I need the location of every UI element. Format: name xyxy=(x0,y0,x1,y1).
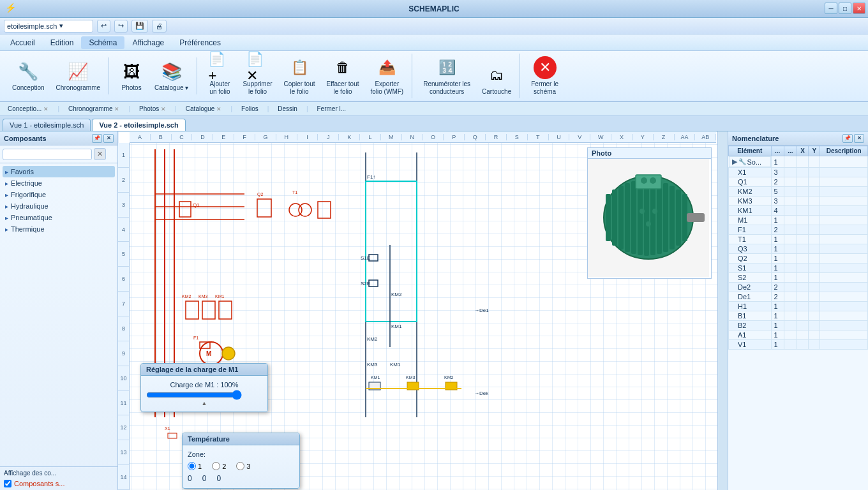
toolbar-group-fermer: ✕ Fermer leschéma xyxy=(523,54,567,98)
y-cell xyxy=(809,197,820,206)
x-cell xyxy=(797,340,808,350)
col-header-x: X xyxy=(797,146,808,156)
toolbar-chronogramme-btn[interactable]: 📈 Chronogramme xyxy=(52,57,105,94)
toolbar-supprimer-btn[interactable]: 📄✕ Supprimerle folio xyxy=(238,54,276,98)
table-row[interactable]: H1 1 xyxy=(729,302,868,311)
menu-affichage[interactable]: Affichage xyxy=(124,36,172,49)
zone-2-radio[interactable] xyxy=(212,462,220,470)
zone-3-radio[interactable] xyxy=(236,462,244,470)
checkbox-composants-s-input[interactable] xyxy=(4,480,11,487)
toolbar-copier-btn[interactable]: 📋 Copier toutle folio xyxy=(280,54,320,98)
nomenclature-pin-button[interactable]: 📌 xyxy=(842,134,853,143)
table-row[interactable]: M1 1 xyxy=(729,216,868,225)
toolbar-tab-catalogue[interactable]: Catalogue ✕ xyxy=(181,105,227,113)
toolbar-renumeroter-btn[interactable]: 🔢 Renuméroter lesconducteurs xyxy=(419,54,475,98)
table-row[interactable]: KM2 5 xyxy=(729,187,868,197)
toolbar-cartouche-btn[interactable]: 🗂 Cartouche xyxy=(477,61,516,98)
print-button[interactable]: 🖨 xyxy=(152,20,167,33)
table-row[interactable]: De1 2 xyxy=(729,292,868,302)
x-cell xyxy=(797,273,808,283)
nomenclature-close-button[interactable]: ✕ xyxy=(854,134,864,143)
toolbar-ajouter-btn[interactable]: 📄+ Ajouterun folio xyxy=(204,54,236,98)
toolbar-tab-dessin[interactable]: Dessin xyxy=(273,105,303,113)
search-input[interactable] xyxy=(3,149,92,160)
toolbar-tab-folios[interactable]: Folios xyxy=(236,105,264,113)
table-row[interactable]: De2 2 xyxy=(729,283,868,292)
table-row[interactable]: X1 3 xyxy=(729,168,868,177)
affichage-label: Affichage des co... xyxy=(4,470,114,477)
redo-button[interactable]: ↪ xyxy=(114,20,128,33)
tree-item-favoris[interactable]: ▸ Favoris xyxy=(3,166,115,177)
svg-rect-57 xyxy=(644,179,649,256)
table-row[interactable]: A1 1 xyxy=(729,330,868,340)
toolbar-tab-chronogramme[interactable]: Chronogramme ✕ xyxy=(63,105,124,113)
menu-schema[interactable]: Schéma xyxy=(81,36,124,49)
filename-select[interactable]: etoilesimple.sch ▾ xyxy=(4,20,93,33)
y-cell xyxy=(809,187,820,197)
table-row[interactable]: T1 1 xyxy=(729,235,868,244)
table-row[interactable]: S1 1 xyxy=(729,264,868,273)
exporter-label: Exporterfolio (WMF) xyxy=(370,80,403,96)
toolbar-conception-btn[interactable]: 🔧 Conception xyxy=(8,57,49,94)
table-row[interactable]: F1 2 xyxy=(729,225,868,235)
search-clear-button[interactable]: ✕ xyxy=(94,148,106,160)
toolbar-fermer-btn[interactable]: ✕ Fermer leschéma xyxy=(527,54,563,98)
element-cell: B1 xyxy=(729,311,772,321)
toolbar-tab-conception[interactable]: Conceptio... ✕ xyxy=(3,105,54,113)
table-row[interactable]: Q1 2 xyxy=(729,177,868,187)
row-ruler: 1 2 3 4 5 6 7 8 9 10 11 12 13 14 xyxy=(118,143,130,490)
vertical-scrollbar[interactable] xyxy=(717,131,728,490)
table-row[interactable]: S2 1 xyxy=(729,273,868,283)
panel-pin-button[interactable]: 📌 xyxy=(92,134,102,143)
undo-button[interactable]: ↩ xyxy=(97,20,110,33)
toolbar-tab-fermer[interactable]: Fermer l... xyxy=(312,105,352,113)
zone-1-radio[interactable] xyxy=(188,462,196,470)
tab-vue1[interactable]: Vue 1 - etoilesimple.sch xyxy=(3,119,91,131)
table-row[interactable]: KM3 3 xyxy=(729,197,868,206)
maximize-button[interactable]: □ xyxy=(839,3,851,14)
tree-item-electrique[interactable]: ▸ Electrique xyxy=(3,177,115,189)
toolbar-exporter-btn[interactable]: 📤 Exporterfolio (WMF) xyxy=(366,54,408,98)
table-row[interactable]: ▶ 🔧 So... 1 xyxy=(729,156,868,168)
svg-point-69 xyxy=(640,209,645,214)
toolbar-catalogue-btn[interactable]: 📚 Catalogue ▾ xyxy=(150,57,193,94)
element-cell: M1 xyxy=(729,216,772,225)
table-row[interactable]: Q2 1 xyxy=(729,254,868,264)
svg-rect-67 xyxy=(687,213,705,222)
col-C: C xyxy=(172,134,193,140)
tab-vue2[interactable]: Vue 2 - etoilesimple.sch xyxy=(92,119,185,131)
toolbar-effacer-btn[interactable]: 🗑 Effacer toutle folio xyxy=(322,54,364,98)
toolbar-photos-btn[interactable]: 🖼 Photos xyxy=(116,57,147,94)
col2-cell: 1 xyxy=(771,340,784,350)
x-cell xyxy=(797,235,808,244)
desc-cell xyxy=(820,264,868,273)
tree-item-hydraulique[interactable]: ▸ Hydraulique xyxy=(3,200,115,212)
table-row[interactable]: B1 1 xyxy=(729,311,868,321)
panel-close-button[interactable]: ✕ xyxy=(103,134,114,143)
table-row[interactable]: V1 1 xyxy=(729,340,868,350)
col3-cell xyxy=(784,311,797,321)
table-row[interactable]: Q3 1 xyxy=(729,244,868,254)
charge-slider[interactable] xyxy=(146,392,242,397)
tree-item-thermique[interactable]: ▸ Thermique xyxy=(3,223,115,235)
tree-item-frigorifique[interactable]: ▸ Frigorifique xyxy=(3,189,115,200)
table-row[interactable]: KM1 4 xyxy=(729,206,868,216)
menu-accueil[interactable]: Accueil xyxy=(3,36,43,49)
menu-preferences[interactable]: Préférences xyxy=(172,36,228,49)
table-row[interactable]: B2 1 xyxy=(729,321,868,330)
element-cell: KM3 xyxy=(729,197,772,206)
menu-edition[interactable]: Edition xyxy=(43,36,82,49)
titlebar: ⚡ SCHEMAPLIC ─ □ ✕ xyxy=(0,0,868,18)
row-10: 10 xyxy=(118,366,129,391)
exporter-icon: 📤 xyxy=(375,56,398,79)
col3-cell xyxy=(784,292,797,302)
col3-cell xyxy=(784,225,797,235)
save-button[interactable]: 💾 xyxy=(131,20,148,33)
toolbar-tab-photos[interactable]: Photos ✕ xyxy=(134,105,171,113)
canvas-area[interactable]: A B C D E F G H I J K L M N O P Q R S T … xyxy=(118,131,728,490)
file-bar: etoilesimple.sch ▾ ↩ ↪ 💾 🖨 xyxy=(0,18,868,34)
row-14: 14 xyxy=(118,465,129,490)
tree-item-pneumatique[interactable]: ▸ Pneumatique xyxy=(3,212,115,223)
minimize-button[interactable]: ─ xyxy=(825,3,837,14)
close-button[interactable]: ✕ xyxy=(853,3,865,14)
